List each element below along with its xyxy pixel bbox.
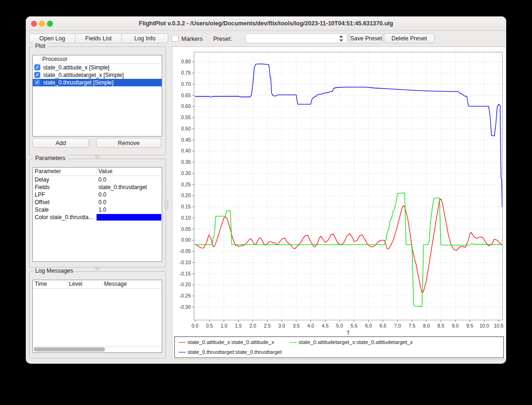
svg-text:3.0: 3.0	[278, 323, 285, 329]
app-window: FlightPlot v.0.3.2 - /Users/oleg/Documen…	[26, 16, 506, 364]
parameter-name-cell: Color state_0.thrustta...	[35, 214, 96, 221]
svg-text:6.0: 6.0	[365, 323, 372, 329]
legend-label: state_0.thrusttarget:state_0.thrusttarge…	[187, 349, 282, 355]
svg-text:0.5: 0.5	[206, 323, 213, 329]
title-bar: FlightPlot v.0.3.2 - /Users/oleg/Documen…	[26, 16, 506, 31]
flight-plot-chart[interactable]: -0.30-0.25-0.20-0.15-0.10-0.050.000.050.…	[172, 47, 506, 359]
parameters-table[interactable]: Parameter Value Delay0.0Fieldsstate_0.th…	[32, 167, 162, 262]
parameter-name-cell: Offset	[35, 199, 96, 206]
svg-text:-0.25: -0.25	[180, 293, 191, 298]
series-line-0	[195, 199, 502, 292]
processor-item-checkbox[interactable]	[34, 64, 40, 70]
parameter-row[interactable]: LPF0.0	[33, 191, 162, 199]
fields-list-button[interactable]: Fields List	[75, 33, 122, 43]
svg-text:0.05: 0.05	[181, 226, 191, 232]
parameter-row[interactable]: Offset0.0	[33, 199, 162, 206]
screenshot-root: { "window": { "title": "FlightPlot v.0.3…	[0, 0, 532, 405]
markers-label: Markers	[181, 34, 202, 44]
svg-text:0.15: 0.15	[181, 204, 191, 209]
svg-text:-0.20: -0.20	[180, 282, 191, 287]
level-column-header: Level	[69, 280, 82, 288]
legend-label: state_0.attitude_x:state_0.attitude_x	[187, 339, 274, 345]
svg-text:-0.10: -0.10	[180, 260, 191, 265]
processor-list-item[interactable]: state_0.thrusttarget [Simple]	[33, 79, 162, 86]
svg-text:0.10: 0.10	[181, 215, 191, 221]
preset-combobox[interactable]	[245, 33, 347, 43]
svg-text:-0.30: -0.30	[180, 304, 191, 310]
svg-text:0.60: 0.60	[181, 103, 191, 109]
svg-text:0.00: 0.00	[181, 237, 191, 243]
svg-text:10.5: 10.5	[494, 323, 504, 329]
parameter-value-cell: 0.0	[98, 199, 161, 206]
add-button[interactable]: Add	[32, 138, 89, 148]
splitpane-grip[interactable]	[165, 199, 168, 209]
svg-text:4.5: 4.5	[322, 323, 329, 329]
log-messages-table[interactable]: Time Level Message	[32, 280, 162, 353]
parameter-column-header: Parameter	[35, 168, 61, 176]
svg-text:3.5: 3.5	[293, 323, 300, 329]
save-preset-button[interactable]: Save Preset	[349, 33, 383, 43]
svg-text:-0.15: -0.15	[180, 271, 191, 276]
markers-checkbox[interactable]	[172, 35, 179, 42]
parameter-value-cell: 1.0	[98, 206, 161, 214]
splitter-knob-bottom[interactable]	[95, 266, 99, 270]
parameter-row[interactable]: Delay0.0	[33, 176, 162, 183]
parameter-value-cell: 0.0	[98, 176, 161, 183]
plot-panel-title: Plot	[33, 43, 47, 49]
delete-preset-button[interactable]: Delete Preset	[384, 33, 435, 43]
svg-text:1.0: 1.0	[220, 323, 227, 329]
svg-text:10.0: 10.0	[480, 323, 489, 329]
processor-item-checkbox[interactable]	[34, 72, 40, 78]
processor-list-item[interactable]: state_0.attitude_x [Simple]	[33, 64, 162, 71]
processor-list-header: Processor	[33, 55, 162, 64]
svg-text:0.70: 0.70	[181, 81, 191, 87]
svg-text:1.5: 1.5	[235, 323, 242, 329]
chart-panel[interactable]: -0.30-0.25-0.20-0.15-0.10-0.050.000.050.…	[172, 46, 506, 359]
svg-text:9.5: 9.5	[466, 323, 473, 329]
svg-text:6.5: 6.5	[380, 323, 387, 329]
svg-text:0.25: 0.25	[181, 182, 191, 187]
processor-list[interactable]: Processor state_0.attitude_x [Simple]sta…	[32, 55, 162, 137]
svg-text:7.0: 7.0	[394, 323, 401, 329]
parameter-row[interactable]: Scale1.0	[33, 206, 162, 214]
svg-text:0.30: 0.30	[181, 170, 191, 176]
processor-item-checkbox[interactable]	[34, 79, 40, 85]
parameter-name-cell: Scale	[35, 206, 96, 214]
message-column-header: Message	[104, 280, 127, 288]
log-messages-hscrollbar[interactable]	[33, 346, 162, 352]
svg-text:2.5: 2.5	[264, 323, 271, 329]
color-swatch[interactable]	[97, 214, 161, 221]
parameter-value-cell: state_0.thrusttarget	[98, 183, 161, 191]
series-line-2	[195, 64, 502, 207]
svg-text:8.5: 8.5	[437, 323, 444, 329]
preset-label: Preset:	[213, 34, 232, 44]
svg-text:0.45: 0.45	[181, 137, 191, 143]
log-messages-hscrollbar-thumb[interactable]	[34, 347, 105, 352]
processor-list-item[interactable]: state_0.attitudetarget_x [Simple]	[33, 71, 162, 79]
svg-text:0.0: 0.0	[192, 323, 199, 329]
svg-text:0.65: 0.65	[181, 92, 191, 98]
svg-text:9.0: 9.0	[452, 323, 459, 329]
x-axis-label: T	[346, 330, 350, 336]
parameter-name-cell: LPF	[35, 191, 96, 199]
splitter-knob-top[interactable]	[95, 154, 99, 159]
processor-item-label: state_0.thrusttarget [Simple]	[43, 79, 113, 86]
processor-item-label: state_0.attitude_x [Simple]	[43, 64, 109, 71]
value-column-header: Value	[98, 168, 112, 176]
svg-text:0.35: 0.35	[181, 159, 191, 165]
log-info-button[interactable]: Log Info	[121, 33, 168, 43]
parameter-name-cell: Fields	[35, 183, 96, 191]
processor-column-header: Processor	[42, 55, 67, 63]
svg-text:0.40: 0.40	[181, 148, 191, 153]
open-log-button[interactable]: Open Log	[29, 33, 75, 43]
svg-text:5.5: 5.5	[351, 323, 358, 329]
parameter-row[interactable]: Fieldsstate_0.thrusttarget	[33, 183, 162, 191]
legend-line-icon	[179, 352, 186, 352]
svg-text:8.0: 8.0	[423, 323, 430, 329]
processor-item-label: state_0.attitudetarget_x [Simple]	[43, 71, 124, 79]
parameter-row[interactable]: Color state_0.thrustta...	[33, 214, 162, 221]
remove-button[interactable]: Remove	[96, 138, 161, 148]
series-line-1	[195, 193, 502, 306]
log-messages-panel-title: Log Messages	[33, 267, 75, 274]
combobox-stepper-icon[interactable]	[339, 35, 345, 42]
